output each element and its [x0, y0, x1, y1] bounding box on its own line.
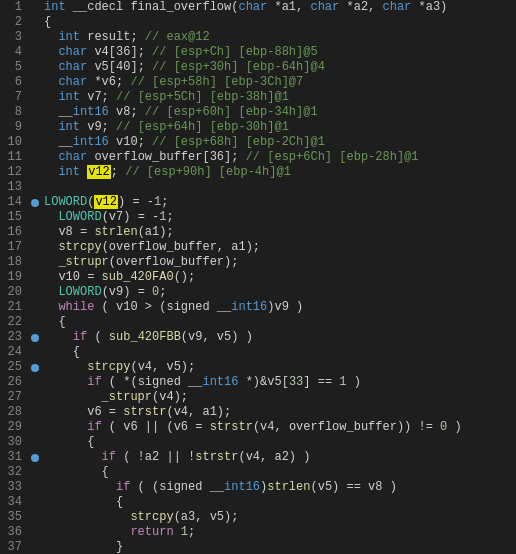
kw-token: char [383, 0, 412, 14]
line-number: 22 [0, 315, 28, 330]
code-line: 32 { [0, 465, 516, 480]
highlighted-var: v12 [87, 165, 111, 179]
code-line: 5 char v5[40]; // [esp+30h] [ebp-64h]@4 [0, 60, 516, 75]
line-number: 27 [0, 390, 28, 405]
code-content: return 1; [42, 525, 516, 540]
line-number: 18 [0, 255, 28, 270]
kw-token: int [58, 90, 80, 104]
code-content: strcpy(a3, v5); [42, 510, 516, 525]
breakpoint-dot [31, 454, 39, 462]
line-number: 8 [0, 105, 28, 120]
line-number: 36 [0, 525, 28, 540]
cm-token: // [esp+30h] [ebp-64h]@4 [152, 60, 325, 74]
kw-token: int16 [202, 375, 238, 389]
line-number: 17 [0, 240, 28, 255]
line-number: 14 [0, 195, 28, 210]
kw-token: char [238, 0, 267, 14]
kw2-token: if [73, 330, 87, 344]
fn-token: strcpy [58, 240, 101, 254]
breakpoint-dot [31, 364, 39, 372]
code-line: 14LOWORD(v12) = -1; [0, 195, 516, 210]
code-content: char v5[40]; // [esp+30h] [ebp-64h]@4 [42, 60, 516, 75]
code-line: 8 __int16 v8; // [esp+60h] [ebp-34h]@1 [0, 105, 516, 120]
breakpoint-gutter[interactable] [28, 454, 42, 462]
code-line: 9 int v9; // [esp+64h] [ebp-30h]@1 [0, 120, 516, 135]
line-number: 32 [0, 465, 28, 480]
line-number: 33 [0, 480, 28, 495]
kw-token: int [44, 0, 66, 14]
kw-token: int [58, 165, 80, 179]
code-line: 23 if ( sub_420FBB(v9, v5) ) [0, 330, 516, 345]
kw-token: char [58, 150, 87, 164]
fn-token: strcpy [87, 360, 130, 374]
code-line: 25 strcpy(v4, v5); [0, 360, 516, 375]
fn-token: strstr [123, 405, 166, 419]
breakpoint-gutter[interactable] [28, 199, 42, 207]
code-line: 2{ [0, 15, 516, 30]
cm-token: // [esp+58h] [ebp-3Ch]@7 [130, 75, 303, 89]
code-line: 7 int v7; // [esp+5Ch] [ebp-38h]@1 [0, 90, 516, 105]
code-line: 15 LOWORD(v7) = -1; [0, 210, 516, 225]
line-number: 28 [0, 405, 28, 420]
code-content: if ( *(signed __int16 *)&v5[33] == 1 ) [42, 375, 516, 390]
fn-token: sub_420FA0 [102, 270, 174, 284]
kw-token: int16 [73, 135, 109, 149]
line-number: 7 [0, 90, 28, 105]
code-line: 16 v8 = strlen(a1); [0, 225, 516, 240]
line-number: 20 [0, 285, 28, 300]
line-number: 11 [0, 150, 28, 165]
line-number: 1 [0, 0, 28, 15]
highlighted-var: v12 [94, 195, 118, 209]
code-line: 1int __cdecl final_overflow(char *a1, ch… [0, 0, 516, 15]
code-content: strcpy(v4, v5); [42, 360, 516, 375]
code-content: int v7; // [esp+5Ch] [ebp-38h]@1 [42, 90, 516, 105]
breakpoint-gutter[interactable] [28, 334, 42, 342]
kw-token: int [58, 120, 80, 134]
code-content: LOWORD(v9) = 0; [42, 285, 516, 300]
fn-token: _strupr [102, 390, 152, 404]
code-line: 4 char v4[36]; // [esp+Ch] [ebp-88h]@5 [0, 45, 516, 60]
kw-token: int16 [231, 300, 267, 314]
code-content: if ( !a2 || !strstr(v4, a2) ) [42, 450, 516, 465]
code-line: 26 if ( *(signed __int16 *)&v5[33] == 1 … [0, 375, 516, 390]
code-content: { [42, 15, 516, 30]
code-line: 20 LOWORD(v9) = 0; [0, 285, 516, 300]
fn-token: strlen [267, 480, 310, 494]
code-content: if ( v6 || (v6 = strstr(v4, overflow_buf… [42, 420, 516, 435]
code-content: } [42, 540, 516, 554]
num-token: 1 [181, 525, 188, 539]
breakpoint-dot [31, 334, 39, 342]
kw-token: char [58, 60, 87, 74]
line-number: 34 [0, 495, 28, 510]
line-number: 23 [0, 330, 28, 345]
line-number: 24 [0, 345, 28, 360]
breakpoint-gutter[interactable] [28, 364, 42, 372]
kw2-token: if [87, 375, 101, 389]
code-content: LOWORD(v7) = -1; [42, 210, 516, 225]
fn-token: strstr [195, 450, 238, 464]
line-number: 30 [0, 435, 28, 450]
code-content: while ( v10 > (signed __int16)v9 ) [42, 300, 516, 315]
line-number: 16 [0, 225, 28, 240]
line-number: 10 [0, 135, 28, 150]
cm-token: // eax@12 [145, 30, 210, 44]
kw2-token: while [58, 300, 94, 314]
code-content: char overflow_buffer[36]; // [esp+6Ch] [… [42, 150, 516, 165]
macro-token: LOWORD [58, 285, 101, 299]
fn-token: strstr [210, 420, 253, 434]
code-line: 3 int result; // eax@12 [0, 30, 516, 45]
cm-token: // [esp+68h] [ebp-2Ch]@1 [152, 135, 325, 149]
cm-token: // [esp+60h] [ebp-34h]@1 [145, 105, 318, 119]
line-number: 29 [0, 420, 28, 435]
code-content: v8 = strlen(a1); [42, 225, 516, 240]
num-token: 1 [154, 195, 161, 209]
code-line: 11 char overflow_buffer[36]; // [esp+6Ch… [0, 150, 516, 165]
code-line: 33 if ( (signed __int16)strlen(v5) == v8… [0, 480, 516, 495]
code-content: LOWORD(v12) = -1; [42, 195, 516, 210]
code-content: int __cdecl final_overflow(char *a1, cha… [42, 0, 516, 15]
cm-token: // [esp+5Ch] [ebp-38h]@1 [116, 90, 289, 104]
cm-token: // [esp+90h] [ebp-4h]@1 [125, 165, 291, 179]
line-number: 31 [0, 450, 28, 465]
cm-token: // [esp+Ch] [ebp-88h]@5 [152, 45, 318, 59]
code-line: 37 } [0, 540, 516, 554]
